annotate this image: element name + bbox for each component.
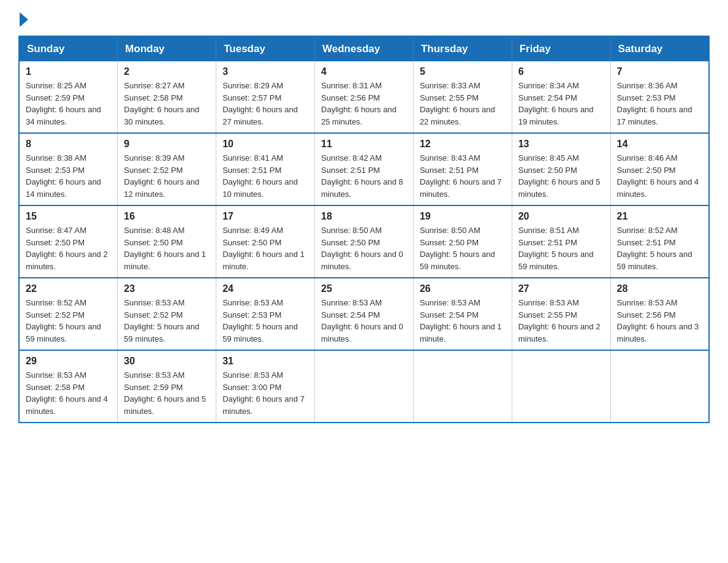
day-number: 27 bbox=[518, 283, 604, 294]
calendar-cell: 24Sunrise: 8:53 AMSunset: 2:53 PMDayligh… bbox=[216, 278, 315, 350]
day-info: Sunrise: 8:53 AMSunset: 2:56 PMDaylight:… bbox=[617, 297, 702, 345]
day-number: 13 bbox=[518, 139, 604, 150]
calendar-cell: 25Sunrise: 8:53 AMSunset: 2:54 PMDayligh… bbox=[315, 278, 414, 350]
day-info: Sunrise: 8:52 AMSunset: 2:51 PMDaylight:… bbox=[617, 224, 702, 272]
day-info: Sunrise: 8:53 AMSunset: 2:54 PMDaylight:… bbox=[321, 297, 407, 345]
day-number: 31 bbox=[222, 356, 308, 367]
day-number: 4 bbox=[321, 66, 407, 77]
header-thursday: Thursday bbox=[413, 36, 512, 61]
day-info: Sunrise: 8:50 AMSunset: 2:50 PMDaylight:… bbox=[420, 224, 506, 272]
day-info: Sunrise: 8:36 AMSunset: 2:53 PMDaylight:… bbox=[617, 80, 702, 128]
calendar-cell: 11Sunrise: 8:42 AMSunset: 2:51 PMDayligh… bbox=[315, 133, 414, 205]
header-monday: Monday bbox=[118, 36, 216, 61]
day-number: 30 bbox=[124, 356, 210, 367]
day-number: 8 bbox=[26, 139, 111, 150]
day-number: 22 bbox=[26, 283, 111, 294]
calendar-cell bbox=[512, 350, 610, 423]
calendar-cell bbox=[413, 350, 512, 423]
day-number: 26 bbox=[420, 283, 506, 294]
day-info: Sunrise: 8:46 AMSunset: 2:50 PMDaylight:… bbox=[617, 152, 702, 200]
day-number: 17 bbox=[222, 211, 308, 222]
calendar-cell: 17Sunrise: 8:49 AMSunset: 2:50 PMDayligh… bbox=[216, 205, 315, 278]
day-number: 23 bbox=[124, 283, 210, 294]
calendar-cell: 29Sunrise: 8:53 AMSunset: 2:58 PMDayligh… bbox=[19, 350, 118, 423]
header-friday: Friday bbox=[512, 36, 610, 61]
day-info: Sunrise: 8:53 AMSunset: 2:53 PMDaylight:… bbox=[222, 297, 308, 345]
page-header bbox=[18, 12, 710, 25]
day-info: Sunrise: 8:53 AMSunset: 2:55 PMDaylight:… bbox=[518, 297, 604, 345]
calendar-cell bbox=[315, 350, 414, 423]
day-number: 5 bbox=[420, 66, 506, 77]
logo-icon bbox=[18, 12, 28, 27]
calendar-cell: 15Sunrise: 8:47 AMSunset: 2:50 PMDayligh… bbox=[19, 205, 118, 278]
day-number: 16 bbox=[124, 211, 210, 222]
header-saturday: Saturday bbox=[610, 36, 709, 61]
day-info: Sunrise: 8:39 AMSunset: 2:52 PMDaylight:… bbox=[124, 152, 210, 200]
calendar-cell: 10Sunrise: 8:41 AMSunset: 2:51 PMDayligh… bbox=[216, 133, 315, 205]
calendar-cell: 2Sunrise: 8:27 AMSunset: 2:58 PMDaylight… bbox=[118, 61, 216, 133]
header-tuesday: Tuesday bbox=[216, 36, 315, 61]
calendar-cell: 19Sunrise: 8:50 AMSunset: 2:50 PMDayligh… bbox=[413, 205, 512, 278]
calendar-cell: 30Sunrise: 8:53 AMSunset: 2:59 PMDayligh… bbox=[118, 350, 216, 423]
calendar-cell: 12Sunrise: 8:43 AMSunset: 2:51 PMDayligh… bbox=[413, 133, 512, 205]
day-info: Sunrise: 8:45 AMSunset: 2:50 PMDaylight:… bbox=[518, 152, 604, 200]
day-number: 21 bbox=[617, 211, 702, 222]
calendar-cell: 13Sunrise: 8:45 AMSunset: 2:50 PMDayligh… bbox=[512, 133, 610, 205]
day-number: 9 bbox=[124, 139, 210, 150]
day-info: Sunrise: 8:49 AMSunset: 2:50 PMDaylight:… bbox=[222, 224, 308, 272]
calendar-week-5: 29Sunrise: 8:53 AMSunset: 2:58 PMDayligh… bbox=[19, 350, 709, 423]
calendar-cell: 31Sunrise: 8:53 AMSunset: 3:00 PMDayligh… bbox=[216, 350, 315, 423]
calendar-week-2: 8Sunrise: 8:38 AMSunset: 2:53 PMDaylight… bbox=[19, 133, 709, 205]
day-info: Sunrise: 8:53 AMSunset: 2:52 PMDaylight:… bbox=[124, 297, 210, 345]
calendar-week-1: 1Sunrise: 8:25 AMSunset: 2:59 PMDaylight… bbox=[19, 61, 709, 133]
header-sunday: Sunday bbox=[19, 36, 118, 61]
calendar-cell: 5Sunrise: 8:33 AMSunset: 2:55 PMDaylight… bbox=[413, 61, 512, 133]
day-number: 10 bbox=[222, 139, 308, 150]
day-info: Sunrise: 8:33 AMSunset: 2:55 PMDaylight:… bbox=[420, 80, 506, 128]
calendar-cell: 21Sunrise: 8:52 AMSunset: 2:51 PMDayligh… bbox=[610, 205, 709, 278]
day-number: 25 bbox=[321, 283, 407, 294]
calendar-cell: 14Sunrise: 8:46 AMSunset: 2:50 PMDayligh… bbox=[610, 133, 709, 205]
calendar-table: SundayMondayTuesdayWednesdayThursdayFrid… bbox=[18, 36, 710, 423]
day-number: 7 bbox=[617, 66, 702, 77]
calendar-cell: 20Sunrise: 8:51 AMSunset: 2:51 PMDayligh… bbox=[512, 205, 610, 278]
calendar-cell bbox=[610, 350, 709, 423]
calendar-week-3: 15Sunrise: 8:47 AMSunset: 2:50 PMDayligh… bbox=[19, 205, 709, 278]
day-number: 11 bbox=[321, 139, 407, 150]
day-number: 2 bbox=[124, 66, 210, 77]
calendar-cell: 4Sunrise: 8:31 AMSunset: 2:56 PMDaylight… bbox=[315, 61, 414, 133]
day-info: Sunrise: 8:53 AMSunset: 2:54 PMDaylight:… bbox=[420, 297, 506, 345]
calendar-cell: 9Sunrise: 8:39 AMSunset: 2:52 PMDaylight… bbox=[118, 133, 216, 205]
calendar-cell: 26Sunrise: 8:53 AMSunset: 2:54 PMDayligh… bbox=[413, 278, 512, 350]
calendar-cell: 28Sunrise: 8:53 AMSunset: 2:56 PMDayligh… bbox=[610, 278, 709, 350]
day-info: Sunrise: 8:51 AMSunset: 2:51 PMDaylight:… bbox=[518, 224, 604, 272]
day-info: Sunrise: 8:25 AMSunset: 2:59 PMDaylight:… bbox=[26, 80, 111, 128]
day-info: Sunrise: 8:41 AMSunset: 2:51 PMDaylight:… bbox=[222, 152, 308, 200]
day-info: Sunrise: 8:52 AMSunset: 2:52 PMDaylight:… bbox=[26, 297, 111, 345]
day-info: Sunrise: 8:50 AMSunset: 2:50 PMDaylight:… bbox=[321, 224, 407, 272]
header-wednesday: Wednesday bbox=[315, 36, 414, 61]
day-info: Sunrise: 8:53 AMSunset: 2:58 PMDaylight:… bbox=[26, 369, 111, 417]
day-number: 14 bbox=[617, 139, 702, 150]
day-info: Sunrise: 8:48 AMSunset: 2:50 PMDaylight:… bbox=[124, 224, 210, 272]
calendar-cell: 1Sunrise: 8:25 AMSunset: 2:59 PMDaylight… bbox=[19, 61, 118, 133]
calendar-cell: 23Sunrise: 8:53 AMSunset: 2:52 PMDayligh… bbox=[118, 278, 216, 350]
calendar-header-row: SundayMondayTuesdayWednesdayThursdayFrid… bbox=[19, 36, 709, 61]
day-info: Sunrise: 8:53 AMSunset: 3:00 PMDaylight:… bbox=[222, 369, 308, 417]
calendar-cell: 18Sunrise: 8:50 AMSunset: 2:50 PMDayligh… bbox=[315, 205, 414, 278]
day-number: 24 bbox=[222, 283, 308, 294]
day-number: 12 bbox=[420, 139, 506, 150]
day-info: Sunrise: 8:47 AMSunset: 2:50 PMDaylight:… bbox=[26, 224, 111, 272]
day-info: Sunrise: 8:34 AMSunset: 2:54 PMDaylight:… bbox=[518, 80, 604, 128]
day-number: 28 bbox=[617, 283, 702, 294]
day-info: Sunrise: 8:38 AMSunset: 2:53 PMDaylight:… bbox=[26, 152, 111, 200]
day-number: 20 bbox=[518, 211, 604, 222]
day-info: Sunrise: 8:31 AMSunset: 2:56 PMDaylight:… bbox=[321, 80, 407, 128]
calendar-cell: 3Sunrise: 8:29 AMSunset: 2:57 PMDaylight… bbox=[216, 61, 315, 133]
calendar-week-4: 22Sunrise: 8:52 AMSunset: 2:52 PMDayligh… bbox=[19, 278, 709, 350]
calendar-cell: 22Sunrise: 8:52 AMSunset: 2:52 PMDayligh… bbox=[19, 278, 118, 350]
day-number: 3 bbox=[222, 66, 308, 77]
day-number: 6 bbox=[518, 66, 604, 77]
logo-arrow-icon bbox=[20, 12, 28, 27]
day-info: Sunrise: 8:42 AMSunset: 2:51 PMDaylight:… bbox=[321, 152, 407, 200]
